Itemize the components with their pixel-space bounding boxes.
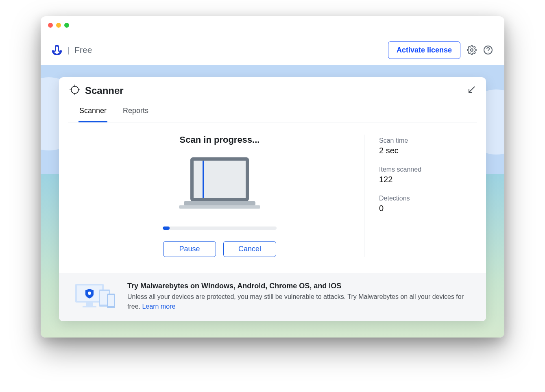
activate-license-button[interactable]: Activate license — [388, 41, 460, 59]
stat-detections: Detections 0 — [379, 195, 470, 213]
stat-scan-time: Scan time 2 sec — [379, 137, 470, 155]
card-title: Scanner — [85, 85, 124, 96]
app-header: | Free Activate license — [41, 16, 504, 65]
laptop-illustration — [175, 155, 264, 218]
header-divider: | — [68, 46, 70, 55]
svg-rect-9 — [194, 161, 246, 198]
malwarebytes-logo-icon — [52, 45, 62, 55]
window-close-button[interactable] — [48, 23, 53, 28]
stat-value: 2 sec — [379, 146, 470, 155]
scanner-card: Scanner Scanner Reports Scan in progress… — [59, 77, 486, 321]
target-icon — [70, 85, 80, 97]
card-body: Scan in progress... — [59, 122, 486, 273]
stat-value: 122 — [379, 175, 470, 184]
stat-label: Items scanned — [379, 166, 470, 173]
svg-rect-12 — [179, 205, 260, 209]
learn-more-link[interactable]: Learn more — [142, 303, 175, 310]
settings-icon[interactable] — [467, 45, 477, 55]
svg-rect-16 — [83, 306, 96, 307]
header-right: Activate license — [388, 41, 493, 59]
promo-description: Unless all your devices are protected, y… — [127, 293, 464, 309]
scan-buttons: Pause Cancel — [163, 241, 276, 257]
help-icon[interactable] — [483, 45, 493, 55]
svg-point-2 — [488, 52, 488, 53]
window-minimize-button[interactable] — [56, 23, 61, 28]
devices-icon — [74, 281, 118, 311]
background-area: Scanner Scanner Reports Scan in progress… — [41, 65, 504, 338]
scan-area: Scan in progress... — [75, 135, 364, 257]
stat-items-scanned: Items scanned 122 — [379, 166, 470, 184]
svg-rect-21 — [108, 295, 114, 306]
promo-text: Unless all your devices are protected, y… — [127, 292, 471, 311]
cancel-button[interactable]: Cancel — [223, 241, 276, 257]
tab-scanner[interactable]: Scanner — [78, 102, 107, 122]
svg-rect-15 — [86, 303, 93, 306]
card-header: Scanner — [59, 77, 486, 102]
scan-progress-bar — [163, 226, 277, 230]
app-window: | Free Activate license — [41, 16, 504, 338]
stat-value: 0 — [379, 204, 470, 213]
promo-content: Try Malwarebytes on Windows, Android, Ch… — [127, 282, 471, 311]
svg-rect-11 — [184, 201, 255, 205]
stat-label: Scan time — [379, 137, 470, 144]
scan-stats: Scan time 2 sec Items scanned 122 Detect… — [364, 135, 470, 257]
scan-progress-fill — [163, 226, 170, 230]
svg-point-3 — [71, 86, 78, 94]
svg-point-17 — [88, 292, 91, 295]
svg-point-0 — [471, 49, 473, 51]
scan-status-title: Scan in progress... — [180, 135, 260, 145]
plan-label: Free — [74, 45, 92, 55]
collapse-icon[interactable] — [467, 86, 475, 96]
header-left: | Free — [52, 45, 92, 55]
stat-label: Detections — [379, 195, 470, 202]
pause-button[interactable]: Pause — [163, 241, 216, 257]
window-maximize-button[interactable] — [64, 23, 69, 28]
promo-banner: Try Malwarebytes on Windows, Android, Ch… — [59, 273, 486, 321]
tab-reports[interactable]: Reports — [122, 102, 149, 122]
promo-title: Try Malwarebytes on Windows, Android, Ch… — [127, 282, 471, 290]
window-traffic-lights — [48, 23, 69, 28]
tabs: Scanner Reports — [68, 102, 477, 122]
